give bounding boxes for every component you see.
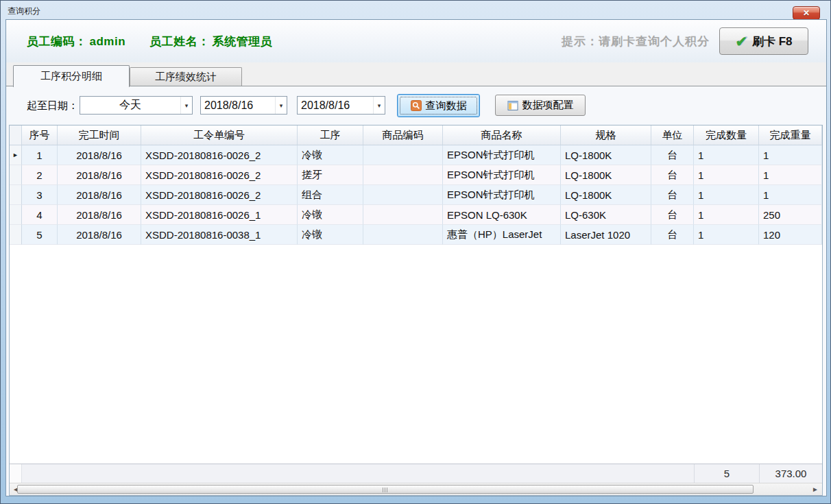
- title-bar[interactable]: 查询积分 ✕: [1, 1, 830, 20]
- points-detail-grid: 序号完工时间工令单编号工序商品编码商品名称规格单位完成数量完成重量 ►12018…: [9, 125, 823, 496]
- grid-cell: EPSON LQ-630K: [443, 205, 561, 225]
- grid-cell: LQ-1800K: [561, 165, 651, 185]
- row-selector-cell[interactable]: [10, 205, 22, 225]
- grid-cell: 组合: [298, 185, 363, 205]
- data-item-config-button[interactable]: 数据项配置: [495, 95, 586, 116]
- close-button[interactable]: ✕: [793, 6, 820, 20]
- date-preset-combobox[interactable]: 今天 ▾: [80, 96, 193, 115]
- tab-process-points-detail[interactable]: 工序积分明细: [13, 65, 130, 87]
- grid-cell: 惠普（HP）LaserJet: [443, 225, 561, 245]
- scroll-right-icon[interactable]: ►: [812, 485, 819, 494]
- grid-cell: LQ-1800K: [561, 185, 651, 205]
- grid-cell: 1: [759, 165, 822, 185]
- grid-cell: 1: [694, 145, 759, 165]
- swipe-card-button[interactable]: ✔ 刷卡 F8: [719, 27, 808, 55]
- date-to-value: 2018/8/16: [298, 97, 373, 114]
- tab-page-points-detail: 起至日期： 今天 ▾ 2018/8/16 ▾ 2018/8/16 ▾: [6, 86, 826, 496]
- column-header[interactable]: 工令单编号: [141, 125, 298, 145]
- grid-cell: 2018/8/16: [58, 165, 141, 185]
- close-icon: ✕: [803, 8, 810, 18]
- row-selector-cell[interactable]: [10, 185, 22, 205]
- table-row[interactable]: ►12018/8/16XSDD-20180816-0026_2冷镦EPSON针式…: [10, 145, 822, 165]
- grid-cell: 冷镦: [298, 205, 363, 225]
- app-window: 查询积分 ✕ 员工编码：admin 员工姓名：系统管理员 提示：请刷卡查询个人积…: [0, 0, 831, 504]
- search-icon: [411, 100, 422, 111]
- column-header[interactable]: 商品编码: [363, 125, 443, 145]
- totals-spacer: [363, 464, 443, 483]
- grid-cell: [363, 165, 443, 185]
- column-header[interactable]: 工序: [298, 125, 363, 145]
- query-data-button-label: 查询数据: [426, 99, 467, 112]
- grid-cell: 250: [759, 205, 822, 225]
- table-row[interactable]: 22018/8/16XSDD-20180816-0026_2搓牙EPSON针式打…: [10, 165, 822, 185]
- column-header[interactable]: 商品名称: [443, 125, 561, 145]
- table-row[interactable]: 42018/8/16XSDD-20180816-0026_1冷镦EPSON LQ…: [10, 205, 822, 225]
- grid-cell: 1: [694, 205, 759, 225]
- grid-cell: EPSON针式打印机: [443, 185, 561, 205]
- row-selector-cell[interactable]: ►: [10, 145, 22, 165]
- date-range-label: 起至日期：: [27, 99, 78, 112]
- date-from-value: 2018/8/16: [201, 97, 275, 114]
- query-data-button[interactable]: 查询数据: [397, 94, 480, 117]
- employee-code-value: admin: [90, 35, 126, 48]
- grid-empty-area: [10, 245, 822, 464]
- grid-cell: LQ-1800K: [561, 145, 651, 165]
- column-header[interactable]: 规格: [561, 125, 651, 145]
- grid-cell: 1: [694, 165, 759, 185]
- grid-cell: XSDD-20180816-0026_2: [141, 185, 298, 205]
- grid-cell: 2018/8/16: [58, 185, 141, 205]
- row-selector-header: [10, 125, 22, 145]
- row-selector-cell[interactable]: [10, 165, 22, 185]
- grid-cell: 1: [22, 145, 58, 165]
- date-from-picker[interactable]: 2018/8/16 ▾: [200, 96, 287, 115]
- grid-cell: 2018/8/16: [58, 145, 141, 165]
- column-config-icon: [507, 100, 518, 111]
- tab-process-performance-stats[interactable]: 工序绩效统计: [130, 67, 242, 86]
- column-header[interactable]: 完成重量: [759, 125, 822, 145]
- grid-cell: 搓牙: [298, 165, 363, 185]
- chevron-down-icon[interactable]: ▾: [180, 97, 192, 114]
- current-row-arrow-icon: ►: [12, 152, 19, 158]
- employee-name-value: 系统管理员: [213, 35, 273, 48]
- horizontal-scrollbar: ◄ ►: [10, 483, 822, 495]
- grid-cell: 120: [759, 225, 822, 245]
- grid-cell: EPSON针式打印机: [443, 145, 561, 165]
- total-quantity: 5: [694, 464, 759, 483]
- grid-cell: XSDD-20180816-0026_1: [141, 205, 298, 225]
- grid-cell: 台: [651, 145, 694, 165]
- total-weight: 373.00: [759, 464, 822, 483]
- grid-cell: [363, 145, 443, 165]
- client-area: 员工编码：admin 员工姓名：系统管理员 提示：请刷卡查询个人积分 ✔ 刷卡 …: [6, 20, 826, 496]
- column-header[interactable]: 序号: [22, 125, 58, 145]
- table-row[interactable]: 52018/8/16XSDD-20180816-0038_1冷镦惠普（HP）La…: [10, 225, 822, 245]
- tab-label: 工序积分明细: [40, 70, 102, 83]
- grid-cell: 4: [22, 205, 58, 225]
- grid-totals-row: 5373.00: [10, 464, 822, 483]
- employee-name-label: 员工姓名：: [149, 35, 210, 48]
- chevron-down-icon[interactable]: ▾: [275, 97, 287, 114]
- grid-cell: EPSON针式打印机: [443, 165, 561, 185]
- column-header[interactable]: 完成数量: [694, 125, 759, 145]
- employee-header: 员工编码：admin 员工姓名：系统管理员 提示：请刷卡查询个人积分 ✔ 刷卡 …: [6, 20, 826, 62]
- chevron-down-icon[interactable]: ▾: [373, 97, 385, 114]
- tab-strip: 工序积分明细 工序绩效统计: [6, 62, 826, 86]
- grid-cell: 1: [759, 185, 822, 205]
- employee-info: 员工编码：admin 员工姓名：系统管理员: [27, 34, 278, 49]
- grid-cell: LaserJet 1020: [561, 225, 651, 245]
- table-row[interactable]: 32018/8/16XSDD-20180816-0026_2组合EPSON针式打…: [10, 185, 822, 205]
- totals-spacer: [651, 464, 694, 483]
- grid-cell: [363, 185, 443, 205]
- employee-code-label: 员工编码：: [27, 35, 87, 48]
- filter-bar: 起至日期： 今天 ▾ 2018/8/16 ▾ 2018/8/16 ▾: [6, 86, 826, 125]
- totals-spacer: [22, 464, 58, 483]
- column-header[interactable]: 完工时间: [58, 125, 141, 145]
- grid-cell: 2: [22, 165, 58, 185]
- row-selector-cell[interactable]: [10, 225, 22, 245]
- date-to-picker[interactable]: 2018/8/16 ▾: [297, 96, 385, 115]
- totals-spacer: [561, 464, 651, 483]
- column-header[interactable]: 单位: [651, 125, 694, 145]
- date-preset-value: 今天: [80, 97, 180, 114]
- scrollbar-thumb[interactable]: [17, 485, 754, 494]
- grid-cell: XSDD-20180816-0026_2: [141, 165, 298, 185]
- grid-cell: 台: [651, 165, 694, 185]
